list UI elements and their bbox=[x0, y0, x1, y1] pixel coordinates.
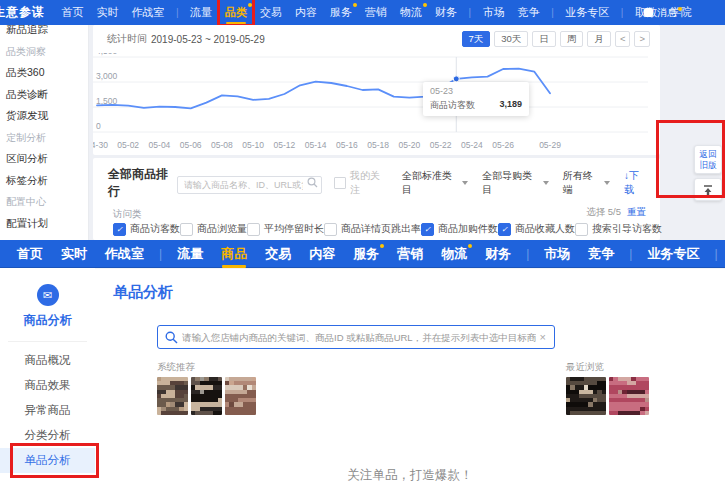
product-search-input[interactable] bbox=[177, 176, 322, 194]
metric-label: 商品访客数 bbox=[130, 222, 180, 236]
single-product-search-input[interactable] bbox=[178, 332, 540, 343]
nav-item[interactable]: 品类 bbox=[225, 0, 247, 25]
metric-checkbox[interactable]: 搜索引导访客数 bbox=[575, 222, 662, 236]
back-to-top-button[interactable] bbox=[694, 178, 722, 201]
sidebar-item-active[interactable]: 单品分析 bbox=[0, 448, 95, 473]
nav-item[interactable]: 竞争 bbox=[518, 0, 540, 25]
category-sidebar: 新品追踪品类洞察品类360品类诊断货源发现定制分析区间分析标签分析配置中心配置计… bbox=[0, 25, 89, 240]
mosaic-cell bbox=[184, 411, 188, 415]
nav-item[interactable]: 市场 bbox=[483, 0, 505, 25]
nav-item[interactable]: 财务 bbox=[435, 0, 457, 25]
nav-divider: | bbox=[176, 7, 179, 18]
annotation-box-sidebar-item bbox=[10, 443, 99, 478]
sidebar-item[interactable]: 商品效果 bbox=[0, 373, 95, 398]
sidebar-item[interactable]: 品类360 bbox=[0, 62, 88, 84]
sidebar-item[interactable]: 配置计划 bbox=[0, 213, 88, 235]
nav-item[interactable]: 物流 bbox=[400, 0, 422, 25]
prev-button[interactable]: < bbox=[615, 31, 631, 47]
sidebar-item[interactable]: 品类诊断 bbox=[0, 84, 88, 106]
next-button[interactable]: > bbox=[634, 31, 650, 47]
metric-checkbox[interactable]: ✓商品访客数 bbox=[113, 222, 180, 236]
product-thumbnail[interactable] bbox=[609, 377, 649, 415]
sidebar-item[interactable]: 异常商品 bbox=[0, 398, 95, 423]
product-thumbnail[interactable] bbox=[566, 377, 606, 415]
nav-item[interactable]: 财务 bbox=[485, 240, 511, 268]
nav-item[interactable]: 作战室 bbox=[105, 240, 144, 268]
screenshot-root: 生意参谋 首页实时作战室|流量品类交易内容服务营销物流财务|市场竞争|业务专区|… bbox=[0, 0, 725, 491]
nav-item[interactable]: 业务专区 bbox=[647, 240, 699, 268]
download-link[interactable]: ↓下载 bbox=[624, 169, 648, 197]
period-button[interactable]: 月 bbox=[587, 31, 611, 47]
nav-item[interactable]: 营销 bbox=[397, 240, 423, 268]
mosaic-cell bbox=[645, 411, 649, 415]
notification-dot bbox=[423, 3, 427, 7]
nav-item[interactable]: 业务专区 bbox=[565, 0, 609, 25]
nav-item[interactable]: 实时 bbox=[97, 0, 119, 25]
nav-item[interactable]: 竞争 bbox=[588, 240, 614, 268]
sidebar-item[interactable]: 标签分析 bbox=[0, 170, 88, 192]
period-button[interactable]: 30天 bbox=[494, 31, 528, 47]
metric-checkbox[interactable]: ✓商品收藏人数 bbox=[498, 222, 575, 236]
nav-item[interactable]: 市场 bbox=[544, 240, 570, 268]
nav-item[interactable]: 流量 bbox=[190, 0, 212, 25]
product-thumbnail[interactable] bbox=[191, 377, 222, 415]
nav-item[interactable]: 实时 bbox=[61, 240, 87, 268]
chart-tooltip: 05-23 商品访客数 3,189 bbox=[423, 82, 529, 116]
nav-item[interactable]: 流量 bbox=[177, 240, 203, 268]
svg-text:05-18: 05-18 bbox=[367, 140, 389, 150]
nav-item[interactable]: 营销 bbox=[365, 0, 387, 25]
stat-time-label: 统计时间 bbox=[107, 32, 147, 46]
selected-count: 选择 5/5 bbox=[586, 206, 621, 217]
tooltip-value: 3,189 bbox=[499, 99, 522, 112]
sidebar-item[interactable]: 新品追踪 bbox=[0, 25, 88, 41]
filter-dropdown[interactable]: 全部导购类目 bbox=[482, 169, 548, 197]
nav-item[interactable]: 服务 bbox=[353, 240, 379, 268]
sidebar-item[interactable]: 货源发现 bbox=[0, 105, 88, 127]
my-follow-checkbox[interactable]: 我的关注 bbox=[334, 169, 388, 197]
svg-text:04-30: 04-30 bbox=[93, 140, 108, 150]
search-icon[interactable] bbox=[307, 177, 318, 188]
period-button[interactable]: 7天 bbox=[462, 31, 491, 47]
metric-checkbox[interactable]: 平均停留时长 bbox=[247, 222, 324, 236]
period-button[interactable]: 周 bbox=[560, 31, 584, 47]
sidebar-item[interactable]: 分类分析 bbox=[0, 423, 95, 448]
line-chart-svg: 01,5003,0004,50004-3005-0205-0405-0605-0… bbox=[93, 53, 660, 153]
nav-item[interactable]: 物流 bbox=[441, 240, 467, 268]
notification-dot bbox=[248, 3, 252, 7]
svg-text:05-29: 05-29 bbox=[539, 140, 561, 150]
my-follow-label: 我的关注 bbox=[350, 169, 388, 197]
nav-item[interactable]: 内容 bbox=[309, 240, 335, 268]
metric-group-label: 访问类 bbox=[113, 208, 142, 221]
nav-item[interactable]: 首页 bbox=[17, 240, 43, 268]
nav-divider: | bbox=[714, 247, 717, 261]
product-thumbnail[interactable] bbox=[225, 377, 256, 415]
nav-item[interactable]: 交易 bbox=[265, 240, 291, 268]
back-to-old-version-button[interactable]: 返回 旧版 bbox=[694, 145, 722, 174]
chevron-down-icon bbox=[462, 181, 468, 185]
metric-checkbox[interactable]: 商品浏览量 bbox=[180, 222, 247, 236]
mosaic-cell bbox=[252, 411, 256, 415]
filter-dropdown[interactable]: 全部标准类目 bbox=[402, 169, 468, 197]
ranking-title: 全部商品排行 bbox=[108, 166, 177, 200]
svg-text:0: 0 bbox=[96, 121, 101, 131]
svg-text:4,500: 4,500 bbox=[96, 53, 118, 56]
clear-icon[interactable]: × bbox=[540, 331, 546, 343]
nav-item[interactable]: 商品 bbox=[221, 240, 247, 268]
nav-item[interactable]: 作战室 bbox=[132, 0, 165, 25]
metric-checkbox[interactable]: ✓商品加购件数 bbox=[421, 222, 498, 236]
reset-link[interactable]: 重置 bbox=[627, 206, 646, 217]
nav-item[interactable]: 服务 bbox=[330, 0, 352, 25]
nav-item[interactable]: 首页 bbox=[62, 0, 84, 25]
period-button[interactable]: 日 bbox=[532, 31, 556, 47]
filter-dropdown[interactable]: 所有终端 bbox=[563, 169, 610, 197]
metric-checkbox[interactable]: 商品详情页跳出率 bbox=[324, 222, 421, 236]
nav-item[interactable]: 内容 bbox=[295, 0, 317, 25]
sidebar-item[interactable]: 区间分析 bbox=[0, 148, 88, 170]
metric-label: 商品收藏人数 bbox=[515, 222, 575, 236]
sidebar-item[interactable]: 商品概况 bbox=[0, 348, 95, 373]
product-thumbnail[interactable] bbox=[157, 377, 188, 415]
svg-text:05-16: 05-16 bbox=[336, 140, 358, 150]
nav-item[interactable]: 交易 bbox=[260, 0, 282, 25]
nav-divider: | bbox=[469, 7, 472, 18]
user-menu[interactable]: 消息 bbox=[644, 0, 681, 25]
